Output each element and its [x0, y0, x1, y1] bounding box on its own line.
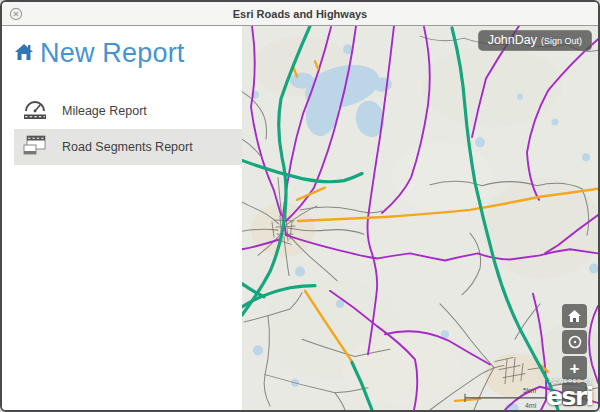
home-extent-button[interactable]: [562, 304, 587, 328]
report-item-label: Road Segments Report: [62, 140, 193, 154]
close-icon[interactable]: [9, 7, 23, 21]
page-title: New Report: [40, 38, 185, 69]
title-bar: Esri Roads and Highways: [2, 2, 598, 26]
zoom-out-button[interactable]: −: [562, 382, 587, 406]
sign-out-label: (Sign Out): [541, 36, 582, 46]
home-report-icon: [12, 40, 36, 68]
scale-mi-label: 4mi: [525, 402, 537, 409]
zoom-in-button[interactable]: +: [562, 356, 587, 380]
user-name: JohnDay: [488, 33, 537, 47]
map-controls: + −: [562, 304, 587, 406]
road-segments-icon: [22, 133, 48, 162]
report-item-mileage[interactable]: Mileage Report: [14, 93, 242, 129]
gauge-icon: [22, 98, 48, 125]
report-item-label: Mileage Report: [62, 104, 147, 118]
scale-km-label: 5km: [523, 387, 536, 394]
map-canvas[interactable]: 5km 4mi: [242, 26, 598, 410]
panel-header: New Report: [12, 38, 242, 69]
map-area: 5km 4mi JohnDay (Sign Out): [242, 26, 598, 410]
app-window: Esri Roads and Highways New Report: [0, 0, 600, 412]
report-panel: New Report Mileage Report: [2, 26, 242, 410]
user-sign-out-button[interactable]: JohnDay (Sign Out): [478, 30, 592, 51]
locate-button[interactable]: [562, 330, 587, 354]
home-icon: [567, 309, 582, 323]
locate-icon: [567, 334, 583, 350]
window-title: Esri Roads and Highways: [2, 8, 598, 20]
report-item-road-segments[interactable]: Road Segments Report: [14, 129, 242, 165]
